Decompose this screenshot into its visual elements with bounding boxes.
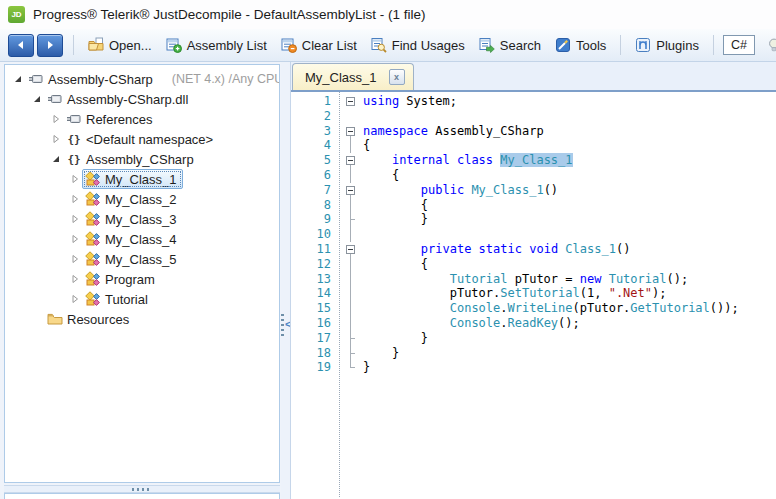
fold-margin [343, 316, 359, 331]
code-token: ()); [710, 301, 739, 315]
tree-item-references[interactable]: References [5, 109, 279, 129]
expanded-arrow-icon[interactable] [30, 92, 44, 106]
splitter-grip-icon [132, 488, 152, 491]
code-line-7: 7 public My_Class_1() [291, 183, 776, 198]
language-selector[interactable]: C# [723, 35, 755, 55]
toolbar-button-clear-list[interactable]: Clear List [274, 34, 364, 56]
collapsed-arrow-icon[interactable] [68, 192, 82, 206]
code-token: static [479, 242, 522, 256]
horizontal-splitter[interactable] [4, 485, 280, 493]
vertical-splitter[interactable]: < [281, 62, 290, 499]
class-icon [85, 271, 101, 287]
code-token [363, 153, 392, 167]
code-token: new [580, 272, 602, 286]
fold-margin [343, 286, 359, 301]
code-text: { [363, 257, 428, 272]
plugins-icon [635, 37, 651, 53]
collapsed-arrow-icon[interactable] [49, 112, 63, 126]
collapsed-arrow-icon[interactable] [68, 212, 82, 226]
tree-item-my-class-1[interactable]: My_Class_1 [5, 169, 279, 189]
toolbar-button-open[interactable]: Open... [81, 34, 159, 56]
fold-toggle-icon[interactable] [343, 153, 359, 168]
fold-toggle-icon[interactable] [343, 242, 359, 257]
tree-item-resources[interactable]: Resources [5, 309, 279, 329]
tree-item-assembly-csharp[interactable]: Assembly-CSharp(NET 4.x) /Any CPU [5, 69, 279, 89]
tree-item-label: My_Class_5 [105, 252, 177, 267]
tree-item-label: Assembly_CSharp [86, 152, 194, 167]
code-token: Assembly_CSharp [428, 124, 544, 138]
fold-margin [343, 360, 359, 375]
toolbar-button-tools[interactable]: Tools [548, 34, 613, 56]
toolbar-button-nav-forward[interactable] [37, 34, 63, 57]
line-number: 16 [291, 316, 343, 331]
line-number: 14 [291, 286, 343, 301]
find-usages-label: Find Usages [392, 38, 465, 53]
collapsed-arrow-icon[interactable] [68, 232, 82, 246]
lightbulb-icon [766, 37, 776, 53]
collapsed-bottom-panel [4, 493, 280, 499]
main-area: Assembly-CSharp(NET 4.x) /Any CPUAssembl… [0, 62, 776, 499]
tree-item-label: References [86, 112, 152, 127]
tree-item-my-class-3[interactable]: My_Class_3 [5, 209, 279, 229]
tree-item-label: My_Class_2 [105, 192, 177, 207]
tree-item-assembly-csharp-dll[interactable]: Assembly-CSharp.dll [5, 89, 279, 109]
code-line-16: 16 Console.ReadKey(); [291, 316, 776, 331]
collapsed-arrow-icon[interactable] [68, 252, 82, 266]
collapsed-arrow-icon[interactable] [68, 272, 82, 286]
fold-margin [343, 257, 359, 272]
fold-toggle-icon[interactable] [343, 94, 359, 109]
code-token: } [363, 331, 428, 345]
code-line-13: 13 Tutorial pTutor = new Tutorial(); [291, 272, 776, 287]
fold-toggle-icon[interactable] [343, 124, 359, 139]
suggest-feature-button[interactable]: Suggest Feature [759, 34, 776, 56]
code-token [363, 183, 421, 197]
tree-item-content: My_Class_1 [82, 169, 183, 189]
expanded-arrow-icon[interactable] [49, 152, 63, 166]
code-token: ); [652, 286, 666, 300]
toolbar-button-nav-back[interactable] [8, 34, 34, 57]
find-usages-icon [371, 37, 387, 53]
code-token: { [363, 138, 370, 152]
code-token: (pTutor. [573, 301, 631, 315]
code-token: class [457, 153, 493, 167]
toolbar-button-assembly-list[interactable]: Assembly List [159, 34, 274, 56]
namespace-icon: {} [66, 131, 82, 147]
fold-margin [343, 138, 359, 153]
toolbar-button-plugins[interactable]: Plugins [628, 34, 706, 56]
code-token: internal [392, 153, 450, 167]
tree-item-content: Assembly-CSharp [25, 69, 159, 89]
class-icon [85, 171, 101, 187]
code-token: () [544, 183, 558, 197]
tree-item-content: {}Assembly_CSharp [63, 149, 200, 169]
tree-item-content: Resources [44, 309, 135, 329]
tools-icon [555, 37, 571, 53]
collapsed-arrow-icon[interactable] [68, 292, 82, 306]
line-number: 7 [291, 183, 343, 198]
code-text: Console.WriteLine(pTutor.GetTutorial()); [363, 301, 739, 316]
tree-item-my-class-2[interactable]: My_Class_2 [5, 189, 279, 209]
toolbar-button-find-usages[interactable]: Find Usages [364, 34, 472, 56]
justdecompile-window: JD Progress® Telerik® JustDecompile - De… [0, 0, 776, 499]
tab-my-class-1[interactable]: My_Class_1 x [292, 63, 414, 90]
expanded-arrow-icon[interactable] [11, 72, 25, 86]
fold-margin [343, 301, 359, 316]
tree-item-tutorial[interactable]: Tutorial [5, 289, 279, 309]
collapsed-arrow-icon[interactable] [68, 172, 82, 186]
tree-item-my-class-4[interactable]: My_Class_4 [5, 229, 279, 249]
code-text: private static void Class_1() [363, 242, 630, 257]
collapsed-arrow-icon[interactable] [49, 132, 63, 146]
line-number: 8 [291, 198, 343, 213]
line-number: 1 [291, 94, 343, 109]
fold-toggle-icon[interactable] [343, 183, 359, 198]
tree-item-content: {}<Default namespace> [63, 129, 219, 149]
fold-margin [343, 272, 359, 287]
tree-item-my-class-5[interactable]: My_Class_5 [5, 249, 279, 269]
code-token: (); [558, 316, 580, 330]
toolbar-button-search[interactable]: Search [472, 34, 548, 56]
tree-item-program[interactable]: Program [5, 269, 279, 289]
tree-item-assembly-csharp[interactable]: {}Assembly_CSharp [5, 149, 279, 169]
tab-close-icon[interactable]: x [389, 69, 405, 85]
app-icon: JD [8, 6, 25, 23]
tree-item-label: Assembly-CSharp [48, 72, 153, 87]
tree-item-default-namespace[interactable]: {}<Default namespace> [5, 129, 279, 149]
